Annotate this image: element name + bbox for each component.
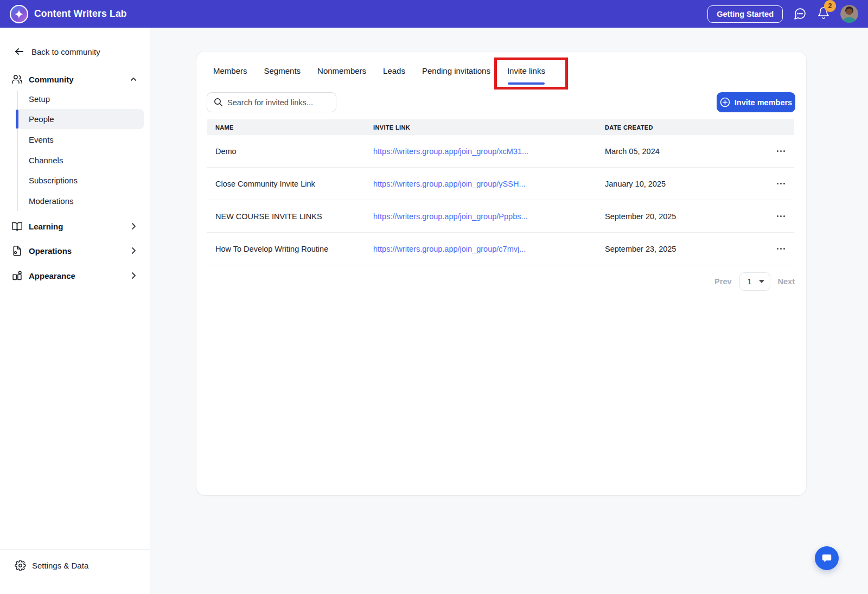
invite-date: September 20, 2025 bbox=[605, 212, 768, 221]
chevron-up-icon bbox=[129, 75, 138, 84]
invite-date: January 10, 2025 bbox=[605, 180, 768, 188]
invite-link[interactable]: https://writers.group.app/join_group/Ppp… bbox=[373, 212, 605, 221]
sidebar-item-subscriptions-label: Subscriptions bbox=[29, 176, 78, 185]
current-page-number: 1 bbox=[748, 277, 752, 286]
sidebar-item-setup[interactable]: Setup bbox=[16, 89, 144, 109]
row-actions-ellipsis-icon[interactable] bbox=[768, 210, 794, 223]
chevron-right-icon bbox=[129, 222, 138, 231]
prev-page-button[interactable]: Prev bbox=[714, 277, 731, 286]
community-users-icon bbox=[11, 74, 23, 85]
back-to-community-link[interactable]: Back to community bbox=[14, 44, 100, 59]
back-to-community-label: Back to community bbox=[31, 47, 100, 56]
invite-name: How To Develop Writing Routine bbox=[207, 245, 373, 253]
tab-segments[interactable]: Segments bbox=[264, 66, 301, 75]
app-title: Content Writers Lab bbox=[34, 8, 127, 20]
sidebar-group-appearance[interactable]: Appearance bbox=[11, 266, 138, 285]
sidebar-item-moderations-label: Moderations bbox=[29, 196, 74, 206]
tab-invite-links[interactable]: Invite links bbox=[507, 66, 545, 75]
invite-date: September 23, 2025 bbox=[605, 245, 768, 253]
tab-invite-links-label: Invite links bbox=[507, 66, 545, 75]
search-input[interactable] bbox=[227, 98, 328, 107]
invite-date: March 05, 2024 bbox=[605, 147, 768, 156]
gear-icon bbox=[15, 560, 26, 571]
sidebar-item-moderations[interactable]: Moderations bbox=[16, 191, 144, 211]
chat-widget-launcher[interactable] bbox=[815, 546, 839, 570]
chevron-right-icon bbox=[129, 246, 138, 255]
tab-pending-invitations[interactable]: Pending invitations bbox=[422, 66, 490, 75]
chat-bubble-icon bbox=[793, 7, 807, 21]
table-row: Close Community Invite Link https://writ… bbox=[207, 168, 794, 200]
sidebar-group-appearance-label: Appearance bbox=[29, 271, 75, 280]
sidebar-group-operations-label: Operations bbox=[29, 246, 72, 256]
getting-started-button[interactable]: Getting Started bbox=[707, 5, 783, 23]
table-row: Demo https://writers.group.app/join_grou… bbox=[207, 135, 794, 168]
chevron-right-icon bbox=[129, 271, 138, 280]
community-logo bbox=[10, 5, 28, 23]
sidebar-item-setup-label: Setup bbox=[29, 94, 50, 104]
top-header: Content Writers Lab Getting Started 2 bbox=[0, 0, 868, 28]
table-row: NEW COURSE INVITE LINKS https://writers.… bbox=[207, 200, 794, 233]
tab-nonmembers[interactable]: Nonmembers bbox=[317, 66, 366, 75]
page-select[interactable]: 1 bbox=[739, 272, 770, 291]
sidebar-group-learning-label: Learning bbox=[29, 222, 63, 231]
sidebar-item-people[interactable]: People bbox=[16, 109, 144, 129]
invite-link[interactable]: https://writers.group.app/join_group/xcM… bbox=[373, 147, 605, 156]
invite-name: Demo bbox=[207, 147, 373, 156]
sidebar-group-operations[interactable]: Operations bbox=[11, 241, 138, 260]
people-tabs: Members Segments Nonmembers Leads Pendin… bbox=[213, 63, 545, 78]
sidebar-group-community[interactable]: Community bbox=[11, 71, 138, 87]
sidebar-item-people-label: People bbox=[29, 114, 54, 124]
user-avatar[interactable] bbox=[840, 5, 858, 23]
sidebar-item-channels-label: Channels bbox=[29, 156, 63, 165]
active-item-indicator bbox=[16, 110, 18, 129]
row-actions-ellipsis-icon[interactable] bbox=[768, 145, 794, 158]
next-page-button[interactable]: Next bbox=[778, 277, 795, 286]
sidebar-group-learning[interactable]: Learning bbox=[11, 216, 138, 236]
book-open-icon bbox=[11, 221, 23, 232]
notification-badge: 2 bbox=[824, 0, 836, 12]
sidebar-item-events[interactable]: Events bbox=[16, 130, 144, 150]
sidebar-item-settings-data[interactable]: Settings & Data bbox=[15, 556, 88, 574]
column-header-invite-link: INVITE LINK bbox=[373, 124, 605, 131]
sidebar-group-community-label: Community bbox=[29, 75, 74, 84]
invite-members-button[interactable]: Invite members bbox=[717, 92, 795, 112]
sidebar-divider bbox=[0, 549, 150, 550]
invite-name: NEW COURSE INVITE LINKS bbox=[207, 212, 373, 221]
pagination: Prev 1 Next bbox=[714, 272, 795, 291]
messages-button[interactable] bbox=[793, 7, 807, 21]
people-invite-links-card: Members Segments Nonmembers Leads Pendin… bbox=[196, 52, 806, 495]
sidebar-item-subscriptions[interactable]: Subscriptions bbox=[16, 170, 144, 190]
tab-leads[interactable]: Leads bbox=[383, 66, 405, 75]
column-header-name: NAME bbox=[207, 124, 373, 131]
invite-members-label: Invite members bbox=[735, 98, 792, 107]
layout-grid-icon bbox=[11, 270, 23, 282]
sidebar-item-settings-data-label: Settings & Data bbox=[32, 561, 88, 570]
sidebar-item-events-label: Events bbox=[29, 135, 54, 144]
admin-sidebar: Back to community Community Setup People… bbox=[0, 28, 150, 594]
arrow-left-icon bbox=[14, 46, 24, 57]
row-actions-ellipsis-icon[interactable] bbox=[768, 242, 794, 256]
sidebar-item-channels[interactable]: Channels bbox=[16, 150, 144, 170]
invite-link[interactable]: https://writers.group.app/join_group/c7m… bbox=[373, 245, 605, 253]
invite-link[interactable]: https://writers.group.app/join_group/ySS… bbox=[373, 180, 605, 188]
column-header-date-created: DATE CREATED bbox=[605, 124, 768, 131]
sparkle-icon bbox=[14, 9, 24, 20]
invite-links-search[interactable] bbox=[207, 92, 336, 112]
table-header-row: NAME INVITE LINK DATE CREATED bbox=[207, 119, 794, 135]
caret-down-icon bbox=[759, 280, 764, 283]
chat-bubble-icon bbox=[821, 552, 833, 564]
invite-name: Close Community Invite Link bbox=[207, 180, 373, 188]
file-gear-icon bbox=[11, 245, 23, 257]
row-actions-ellipsis-icon[interactable] bbox=[768, 177, 794, 190]
table-row: How To Develop Writing Routine https://w… bbox=[207, 233, 794, 265]
search-icon bbox=[214, 98, 223, 107]
tab-members[interactable]: Members bbox=[213, 66, 247, 75]
plus-circle-icon bbox=[720, 97, 730, 107]
invite-links-table: NAME INVITE LINK DATE CREATED Demo https… bbox=[207, 119, 794, 265]
active-tab-underline bbox=[508, 82, 545, 85]
